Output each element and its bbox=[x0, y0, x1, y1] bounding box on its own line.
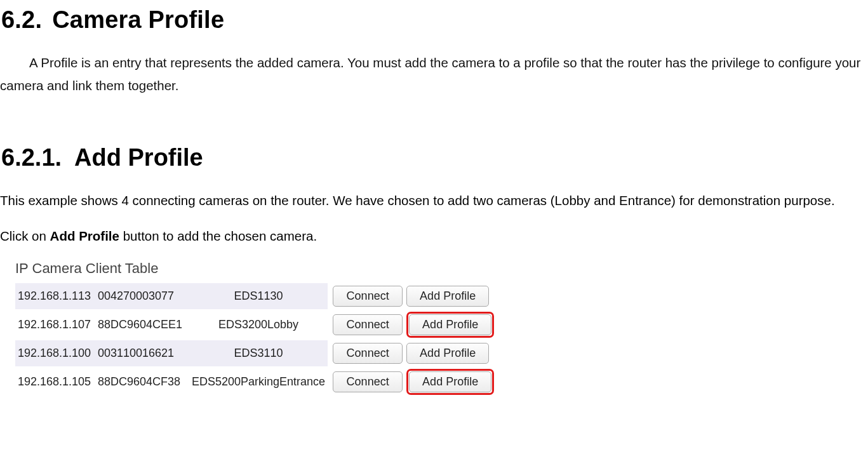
instruction-bold: Add Profile bbox=[50, 229, 119, 243]
action-cell: ConnectAdd Profile bbox=[328, 340, 497, 366]
action-cell: ConnectAdd Profile bbox=[328, 366, 497, 397]
subsection-desc: This example shows 4 connecting cameras … bbox=[0, 189, 868, 212]
ip-cell: 192.168.1.113 bbox=[15, 283, 95, 309]
table-row: 192.168.1.100003110016621EDS3110ConnectA… bbox=[15, 340, 497, 366]
camera-table: 192.168.1.113004270003077EDS1130ConnectA… bbox=[15, 283, 497, 397]
connect-button[interactable]: Connect bbox=[333, 314, 403, 335]
section-title: Camera Profile bbox=[52, 6, 224, 33]
camera-name-cell: EDS3110 bbox=[189, 340, 328, 366]
connect-button[interactable]: Connect bbox=[333, 371, 403, 392]
camera-name-cell: EDS5200ParkingEntrance bbox=[189, 366, 328, 397]
mac-cell: 88DC9604CF38 bbox=[95, 366, 189, 397]
mac-cell: 88DC9604CEE1 bbox=[95, 309, 189, 340]
connect-button[interactable]: Connect bbox=[333, 343, 403, 364]
subsection-heading: 6.2.1.Add Profile bbox=[0, 144, 868, 171]
highlight-annotation: Add Profile bbox=[406, 312, 494, 338]
ip-cell: 192.168.1.107 bbox=[15, 309, 95, 340]
table-row: 192.168.1.10588DC9604CF38EDS5200ParkingE… bbox=[15, 366, 497, 397]
table-row: 192.168.1.113004270003077EDS1130ConnectA… bbox=[15, 283, 497, 309]
action-cell: ConnectAdd Profile bbox=[328, 283, 497, 309]
section-heading: 6.2.Camera Profile bbox=[0, 6, 868, 34]
add-profile-button[interactable]: Add Profile bbox=[406, 343, 489, 364]
highlight-annotation: Add Profile bbox=[406, 369, 494, 395]
subsection-title: Add Profile bbox=[74, 144, 203, 171]
camera-name-cell: EDS3200Lobby bbox=[189, 309, 328, 340]
add-profile-button[interactable]: Add Profile bbox=[406, 286, 489, 307]
table-title: IP Camera Client Table bbox=[15, 260, 868, 277]
subsection-number: 6.2.1. bbox=[1, 144, 62, 171]
ip-cell: 192.168.1.100 bbox=[15, 340, 95, 366]
section-intro: A Profile is an entry that represents th… bbox=[0, 51, 868, 97]
connect-button[interactable]: Connect bbox=[333, 286, 403, 307]
camera-name-cell: EDS1130 bbox=[189, 283, 328, 309]
subsection-instruction: Click on Add Profile button to add the c… bbox=[0, 225, 868, 248]
mac-cell: 003110016621 bbox=[95, 340, 189, 366]
camera-table-wrap: IP Camera Client Table 192.168.1.1130042… bbox=[15, 260, 868, 397]
instruction-suffix: button to add the chosen camera. bbox=[119, 229, 317, 243]
add-profile-button[interactable]: Add Profile bbox=[409, 371, 491, 392]
action-cell: ConnectAdd Profile bbox=[328, 309, 497, 340]
section-number: 6.2. bbox=[1, 6, 42, 34]
add-profile-button[interactable]: Add Profile bbox=[409, 314, 491, 335]
mac-cell: 004270003077 bbox=[95, 283, 189, 309]
instruction-prefix: Click on bbox=[0, 229, 50, 243]
ip-cell: 192.168.1.105 bbox=[15, 366, 95, 397]
table-row: 192.168.1.10788DC9604CEE1EDS3200LobbyCon… bbox=[15, 309, 497, 340]
